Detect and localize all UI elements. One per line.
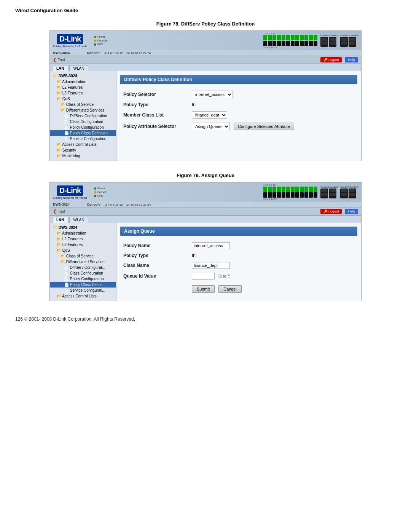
sidebar-item-acl-78[interactable]: 📂 Access Control Lists (50, 142, 116, 147)
status-lights-78: Power Console RPS (94, 35, 107, 46)
sidebar-item-acl-79[interactable]: 📂 Access Control Lists (50, 293, 116, 299)
sidebar-item-l2-78[interactable]: 📂 L2 Features (50, 85, 116, 90)
sidebar-item-monitoring-78[interactable]: 📂 Monitoring (50, 153, 116, 159)
row-policy-type-79: Policy Type In (120, 251, 357, 260)
wlan-tab-79[interactable]: WLAN (69, 217, 89, 223)
submit-button-79[interactable]: Submit (192, 285, 215, 293)
wlan-tab-78[interactable]: WLAN (69, 65, 89, 71)
sidebar-item-dws-78[interactable]: 📁 DWS-3024 (50, 73, 116, 79)
logout-button-78[interactable]: 🔑 Logout (320, 57, 342, 62)
content-79: Assign Queue Policy Name Policy Type (116, 223, 361, 301)
member-class-select-78[interactable]: finance_dept (192, 111, 227, 119)
port-row-bot-78 (263, 41, 317, 46)
sidebar-item-qos-78[interactable]: 📂 QoS (50, 96, 116, 102)
sidebar-item-l3-78[interactable]: 📂 L3 Features (50, 90, 116, 96)
sidebar-item-classconfig-79[interactable]: 📄 Class Configuration (50, 270, 116, 276)
port-row-top-78 (263, 35, 317, 40)
port-row-top-79 (263, 187, 317, 192)
folder-icon-79-12: 📂 (57, 294, 61, 298)
figure-79-screenshot: D-Link Building Networks for People Powe… (49, 182, 362, 301)
sidebar-item-admin-78[interactable]: 📂 Administration (50, 79, 116, 85)
label-queue-id-79: Queue Id Value (120, 271, 189, 281)
combo-ports-78: Combo1 Combo3 Combo2 Combo4 (320, 34, 358, 47)
sidebar-item-l3-79[interactable]: 📂 L3 Features (50, 242, 116, 248)
port-row-bot-79 (263, 192, 317, 198)
folder-icon-78-4: 📂 (57, 97, 61, 101)
sidebar-item-l2-79[interactable]: 📂 L2 Features (50, 236, 116, 242)
class-name-input-79[interactable] (192, 262, 230, 269)
cancel-button-79[interactable]: Cancel (218, 285, 241, 293)
label-policy-type-79: Policy Type (120, 251, 189, 260)
folder-icon-79-2: 📂 (57, 237, 61, 241)
arrow-icon-79: ❮ (53, 209, 57, 214)
row-queue-id-79: Queue Id Value (0 to 7) (120, 271, 357, 281)
help-button-78[interactable]: Help (345, 57, 358, 62)
toolbar-79: ❮ Tool 🔑 Logout Help (50, 208, 361, 216)
sidebar-item-serviceconfig-78[interactable]: 📄 Service Configuration (50, 136, 116, 142)
sidebar-item-serviceconfig-79[interactable]: 📄 Service Configurati... (50, 288, 116, 293)
sidebar-item-policyconfig-78[interactable]: 📄 Policy Configuration (50, 125, 116, 130)
status-lights-79: Power Console RPS (94, 187, 107, 197)
sidebar-item-qos-79[interactable]: 📂 QoS (50, 248, 116, 253)
sidebar-item-classconfig-78[interactable]: 📄 Class Configuration (50, 119, 116, 125)
sidebar-item-cos-78[interactable]: 📂 Class of Service (50, 102, 116, 107)
sidebar-item-ds-78[interactable]: 📂 Differentiated Services (50, 107, 116, 113)
sidebar-item-policyclass-79[interactable]: 📄 Policy Class Definit... (50, 282, 116, 288)
folder-icon-78-13: 📂 (57, 148, 61, 152)
panel-title-79: Assign Queue (120, 227, 357, 236)
sidebar-item-ds-79[interactable]: 📂 Differentiated Services (50, 259, 116, 265)
page-header: Wired Configuration Guide (15, 8, 396, 13)
folder-icon-78-14: 📂 (57, 154, 61, 158)
doc-icon-79-7: 📄 (64, 265, 69, 270)
form-table-79: Policy Name Policy Type In (120, 240, 357, 295)
right-tools-79: 🔑 Logout Help (320, 209, 358, 214)
dlink-logo-78: D-Link (57, 34, 83, 44)
right-tools-78: 🔑 Logout Help (320, 57, 358, 62)
policy-name-input-79[interactable] (192, 242, 230, 249)
label-member-class-78: Member Class List (120, 109, 189, 121)
doc-icon-78-11: 📄 (64, 137, 69, 141)
folder-icon-78-2: 📂 (57, 85, 61, 89)
lan-tab-79[interactable]: LAN (52, 217, 68, 223)
row-class-name-79: Class Name (120, 260, 357, 271)
row-policy-name-79: Policy Name (120, 240, 357, 251)
logout-button-79[interactable]: 🔑 Logout (320, 209, 342, 214)
policy-type-value-79: In (192, 253, 196, 258)
main-layout-79: 📁 DWS-3024 📂 Administration 📂 L2 Feature… (50, 223, 361, 301)
device-header-78: D-Link Building Networks for People Powe… (50, 31, 361, 50)
tool-link-79[interactable]: ❮ Tool (53, 209, 65, 214)
lan-tab-78[interactable]: LAN (52, 65, 68, 71)
configure-attr-button-78[interactable]: Configure Selected Attribute (234, 123, 294, 130)
sidebar-79: 📁 DWS-3024 📂 Administration 📂 L2 Feature… (50, 223, 116, 301)
lan-wlan-tabs-78: LAN WLAN (50, 64, 361, 71)
row-policy-type-78: Policy Type In (120, 100, 357, 109)
sidebar-78: 📁 DWS-3024 📂 Administration 📂 L2 Feature… (50, 71, 116, 161)
sidebar-item-security-78[interactable]: 📂 Security (50, 147, 116, 153)
device-header-79: D-Link Building Networks for People Powe… (50, 182, 361, 202)
help-button-79[interactable]: Help (345, 209, 358, 214)
folder-icon-79-6: 📂 (61, 260, 65, 264)
sidebar-item-diffserv-79[interactable]: 📄 DiffServ Configurat... (50, 265, 116, 270)
figure-79-title: Figure 79. Assign Queue (15, 173, 396, 178)
device-right-79: 1 3 5 7 9 11 (113, 184, 358, 200)
sidebar-item-dws-79[interactable]: 📁 DWS-3024 (50, 225, 116, 230)
folder-icon-79-5: 📂 (61, 254, 65, 258)
sidebar-item-policyclass-78[interactable]: 📄 Policy Class Definition (50, 130, 116, 136)
sidebar-item-policyconfig-79[interactable]: 📄 Policy Configuration (50, 276, 116, 282)
ports-area-79: 1 3 5 7 9 11 (263, 184, 358, 200)
sidebar-item-diffserv-78[interactable]: 📄 DiffServ Configuration (50, 113, 116, 119)
panel-title-78: DiffServ Policy Class Definition (120, 75, 357, 84)
folder-icon-78-6: 📂 (61, 108, 65, 112)
policy-attr-select-78[interactable]: Assign Queue (192, 123, 230, 130)
tool-link-78[interactable]: ❮ Tool (53, 57, 65, 62)
policy-selector-select-78[interactable]: internet_access (192, 91, 233, 98)
dlink-tagline-78: Building Networks for People (53, 45, 87, 48)
folder-icon-79-0: 📁 (53, 225, 57, 230)
sidebar-item-cos-79[interactable]: 📂 Class of Service (50, 253, 116, 259)
folder-icon-78-12: 📂 (57, 142, 61, 147)
label-policy-attr-78: Policy Attribute Selector (120, 121, 189, 132)
arrow-icon-78: ❮ (53, 57, 57, 62)
doc-icon-78-7: 📄 (64, 114, 69, 118)
queue-id-input-79[interactable] (192, 273, 215, 280)
sidebar-item-admin-79[interactable]: 📂 Administration (50, 230, 116, 236)
